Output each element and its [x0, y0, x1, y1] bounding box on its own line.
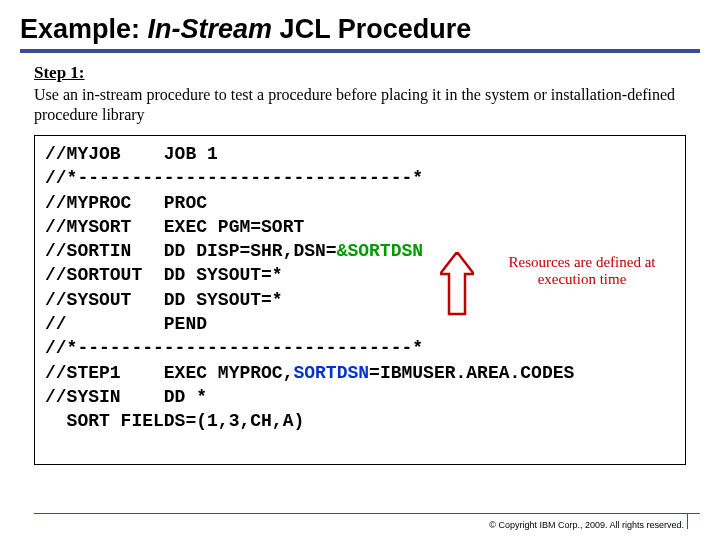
up-arrow-icon	[440, 252, 474, 316]
title-prefix: Example:	[20, 14, 148, 44]
copyright-footer: © Copyright IBM Corp., 2009. All rights …	[489, 520, 684, 530]
title-underline	[20, 49, 700, 53]
code-line-2: //*-------------------------------*	[45, 166, 675, 190]
code-line-4: //MYSORT EXEC PGM=SORT	[45, 215, 675, 239]
step-block: Step 1: Use an in-stream procedure to te…	[20, 63, 700, 125]
step-description: Use an in-stream procedure to test a pro…	[34, 85, 686, 125]
param-sortdsn-ref: &SORTDSN	[337, 241, 423, 261]
footer-tick	[687, 514, 688, 529]
code-line-7: //SYSOUT DD SYSOUT=*	[45, 288, 675, 312]
code-line-8: // PEND	[45, 312, 675, 336]
title-suffix: JCL Procedure	[272, 14, 471, 44]
code-line-1: //MYJOB JOB 1	[45, 142, 675, 166]
slide-title: Example: In-Stream JCL Procedure	[20, 14, 700, 45]
footer-rule	[34, 513, 700, 514]
code-box: //MYJOB JOB 1 //*-----------------------…	[34, 135, 686, 465]
code-line-10: //STEP1 EXEC MYPROC,SORTDSN=IBMUSER.AREA…	[45, 361, 675, 385]
code-line-3: //MYPROC PROC	[45, 191, 675, 215]
code-line-11: //SYSIN DD *	[45, 385, 675, 409]
annotation-text: Resources are defined at execution time	[507, 254, 657, 289]
svg-marker-0	[440, 252, 474, 314]
code-line-9: //*-------------------------------*	[45, 336, 675, 360]
param-sortdsn-set: SORTDSN	[293, 363, 369, 383]
step-label: Step 1:	[34, 63, 686, 83]
code-line-12: SORT FIELDS=(1,3,CH,A)	[45, 409, 675, 433]
title-italic: In-Stream	[148, 14, 273, 44]
